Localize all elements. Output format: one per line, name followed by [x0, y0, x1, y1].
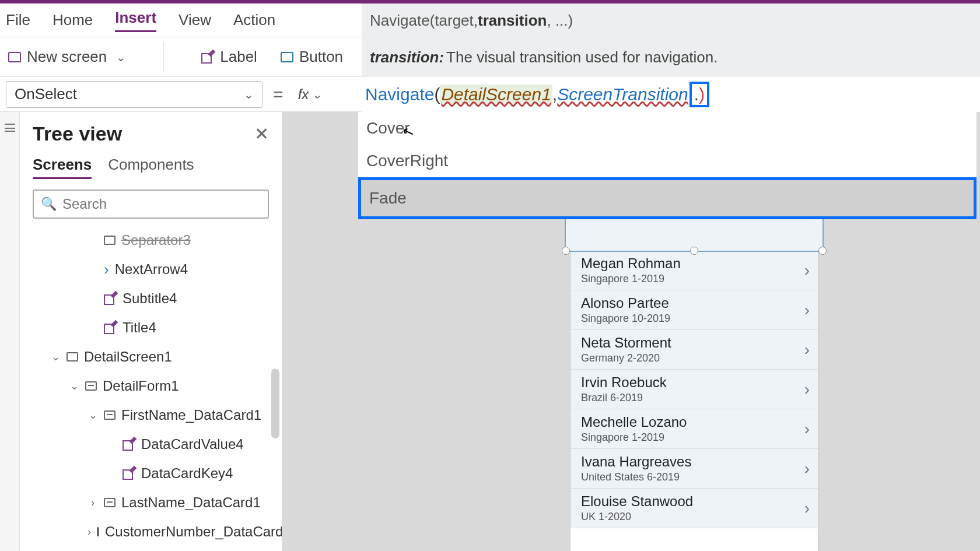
tree-node[interactable]: ›CustomerNumber_DataCard1 — [20, 517, 282, 546]
new-screen-button[interactable]: New screen ⌄ — [8, 48, 126, 66]
new-screen-icon — [8, 52, 21, 62]
row-title: Irvin Roebuck — [581, 374, 667, 391]
tree-view-panel: Tree view ✕ Screens Components 🔍 Search … — [20, 112, 282, 551]
row-subtitle: UK 1-2020 — [581, 511, 693, 523]
tree-scrollbar[interactable] — [271, 368, 279, 438]
tok-dot: . — [694, 85, 699, 104]
gallery-row[interactable]: Ivana HargreavesUnited States 6-2019› — [570, 449, 818, 489]
tree-node[interactable]: Separator3 — [20, 226, 282, 255]
gallery-row[interactable]: Megan RohmanSingapore 1-2019› — [570, 251, 818, 290]
chevron-down-icon[interactable]: ⌄ — [88, 409, 98, 422]
form-icon — [104, 498, 116, 507]
app-preview: Search items Beau SpratlingGermany 5-201… — [570, 211, 818, 551]
menu-insert[interactable]: Insert — [115, 9, 156, 32]
label-button[interactable]: Label — [201, 48, 257, 66]
label-icon — [123, 438, 135, 451]
label-icon — [201, 51, 214, 64]
chevron-right-icon[interactable]: › — [804, 301, 810, 320]
chevron-right-icon[interactable]: › — [88, 526, 91, 538]
menu-view[interactable]: View — [178, 11, 211, 29]
intel-item-fade[interactable]: Fade ↖ — [358, 177, 977, 219]
form-icon — [85, 381, 97, 391]
tree-node[interactable]: ⌄FirstName_DataCard1 — [20, 401, 282, 430]
gallery-row[interactable]: Mechelle LozanoSingapore 1-2019› — [570, 409, 818, 449]
chevron-right-icon[interactable]: › — [804, 380, 810, 399]
fx-button[interactable]: fx⌄ — [294, 81, 327, 108]
signature-help: Navigate(target, transition, ...) — [362, 3, 980, 37]
tree-node[interactable]: Title4 — [20, 313, 282, 342]
chevron-right-icon[interactable]: › — [804, 261, 810, 280]
chevron-down-icon: ⌄ — [244, 87, 254, 101]
resize-handle[interactable] — [562, 247, 570, 255]
tree-node[interactable]: DataCardValue4 — [20, 430, 282, 459]
tree-node-label: DetailForm1 — [103, 378, 179, 394]
chevron-down-icon[interactable]: ⌄ — [50, 350, 61, 363]
close-icon[interactable]: ✕ — [254, 124, 269, 144]
form-icon — [104, 410, 116, 420]
ribbon: New screen ⌄ Label Button Text ⌄ transit… — [0, 37, 980, 77]
param-text: The visual transition used for navigatio… — [446, 48, 718, 66]
button-icon — [281, 52, 293, 62]
gallery-row[interactable]: Elouise StanwoodUK 1-2020› — [570, 489, 818, 528]
tree-node[interactable]: DataCardKey4 — [20, 459, 282, 488]
new-screen-label: New screen — [27, 48, 107, 66]
row-subtitle: Singapore 10-2019 — [581, 313, 670, 325]
tree-node[interactable]: Subtitle4 — [20, 284, 282, 313]
gallery-row[interactable]: Alonso ParteeSingapore 10-2019› — [570, 290, 818, 330]
tree-search-input[interactable]: 🔍 Search — [33, 189, 269, 219]
chevron-right-icon[interactable]: › — [804, 459, 810, 478]
tree-node-label: LastName_DataCard1 — [121, 494, 261, 511]
menu-action[interactable]: Action — [233, 11, 275, 29]
tree-node-label: Separator3 — [121, 232, 191, 248]
label-icon — [104, 292, 117, 305]
intel-item-coverright[interactable]: CoverRight — [358, 145, 977, 177]
gallery-row[interactable]: Irvin RoebuckBrazil 6-2019› — [570, 370, 818, 409]
tab-components[interactable]: Components — [108, 156, 194, 179]
chevron-right-icon[interactable]: › — [88, 497, 98, 509]
formula-bar[interactable]: Navigate(DetailScreen1, ScreenTransition… — [362, 77, 980, 112]
chevron-right-icon[interactable]: › — [804, 499, 810, 518]
row-title: Mechelle Lozano — [581, 414, 687, 430]
tree-node-label: DataCardValue4 — [141, 436, 244, 452]
intel-item-cover[interactable]: Cover — [358, 112, 977, 145]
row-subtitle: Brazil 6-2019 — [581, 392, 667, 404]
arrow-icon: › — [104, 261, 109, 279]
screen-icon — [66, 352, 78, 362]
tree-title: Tree view — [33, 122, 122, 145]
tab-screens[interactable]: Screens — [33, 156, 92, 179]
tree-node[interactable]: ›LastName_DataCard1 — [20, 488, 282, 517]
tree-node-label: NextArrow4 — [115, 261, 188, 278]
chevron-down-icon[interactable]: ⌄ — [69, 380, 79, 392]
gallery-row[interactable]: Neta StormentGermany 2-2020› — [570, 330, 818, 370]
search-placeholder: Search — [62, 196, 107, 212]
tree-node[interactable]: ›NextArrow4 — [20, 255, 282, 284]
tree-node[interactable]: ⌄DetailScreen1 — [20, 342, 282, 371]
chevron-right-icon[interactable]: › — [804, 341, 810, 359]
row-subtitle: Singapore 1-2019 — [581, 273, 681, 285]
tok-close: ) — [699, 85, 705, 104]
sig-post: , ...) — [547, 12, 573, 30]
chevron-right-icon[interactable]: › — [804, 420, 810, 438]
resize-handle[interactable] — [690, 247, 698, 255]
menu-home[interactable]: Home — [52, 11, 93, 29]
tree-body[interactable]: Separator3›NextArrow4Subtitle4Title4⌄Det… — [20, 223, 282, 551]
chevron-down-icon: ⌄ — [312, 87, 322, 101]
label-icon — [104, 321, 117, 334]
menu-file[interactable]: File — [6, 11, 30, 29]
property-selector[interactable]: OnSelect ⌄ — [6, 81, 262, 108]
form-icon — [97, 527, 99, 536]
formula-cursor-highlight: .) — [690, 82, 709, 107]
tree-node-label: DataCardKey4 — [141, 465, 233, 482]
fx-icon: fx — [298, 86, 309, 103]
sig-pre: (target, — [430, 12, 478, 30]
rail-tree-icon[interactable] — [5, 124, 15, 132]
control-icon — [104, 236, 116, 245]
label-text: Label — [220, 48, 257, 66]
button-button[interactable]: Button — [281, 48, 343, 66]
row-subtitle: Germany 2-2020 — [581, 352, 671, 364]
row-title: Ivana Hargreaves — [581, 454, 691, 470]
label-icon — [123, 467, 135, 480]
tree-node[interactable]: ⌄DetailForm1 — [20, 371, 282, 401]
search-icon: 🔍 — [41, 196, 57, 212]
resize-handle[interactable] — [818, 247, 827, 255]
